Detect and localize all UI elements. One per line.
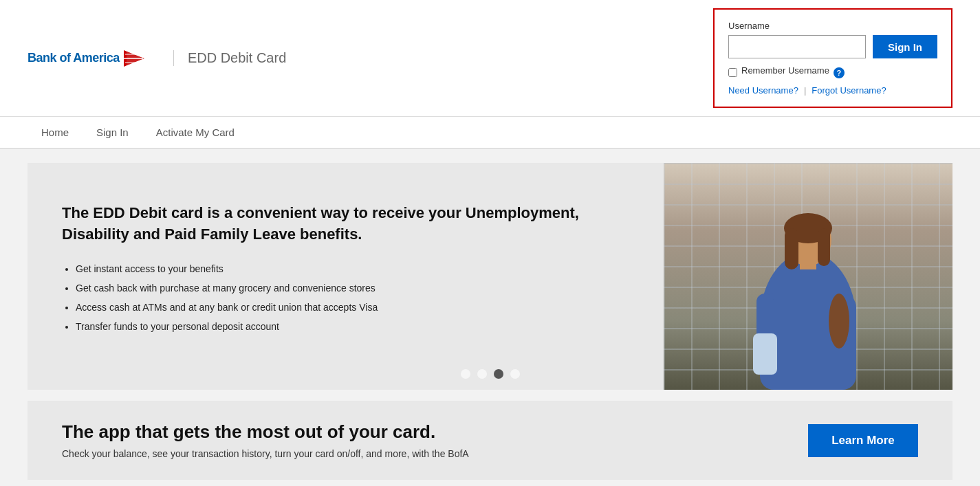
remember-username-checkbox[interactable]: [728, 68, 737, 77]
app-section-body: Check your balance, see your transaction…: [62, 448, 469, 459]
carousel-bullets: Get instant access to your benefits Get …: [62, 259, 629, 336]
bullet-3: Access cash at ATMs and at any bank or c…: [76, 298, 629, 317]
learn-more-button[interactable]: Learn More: [808, 424, 918, 457]
carousel-text: The EDD Debit card is a convenient way t…: [28, 163, 664, 390]
carousel-dot-1[interactable]: [461, 369, 470, 379]
username-row: Sign In: [728, 35, 937, 58]
svg-point-14: [829, 294, 849, 349]
woman-illustration: [739, 184, 877, 390]
remember-username-label[interactable]: Remember Username: [741, 65, 829, 76]
app-section-heading: The app that gets the most out of your c…: [62, 421, 469, 443]
carousel-image: [664, 163, 952, 390]
nav-item-signin[interactable]: Sign In: [83, 117, 142, 148]
boa-flag-icon: [124, 50, 146, 67]
remember-help-icon[interactable]: ?: [834, 67, 845, 78]
bullet-2: Get cash back with purchase at many groc…: [76, 278, 629, 298]
main-content: The EDD Debit card is a convenient way t…: [0, 149, 980, 486]
carousel-dot-2[interactable]: [477, 369, 487, 379]
carousel-dot-4[interactable]: [510, 369, 520, 379]
page-subtitle: EDD Debit Card: [173, 50, 286, 66]
svg-rect-10: [785, 228, 798, 269]
bullet-1: Get instant access to your benefits: [76, 259, 629, 278]
carousel-dots: [461, 369, 520, 379]
forgot-username-link[interactable]: Forgot Username?: [812, 85, 886, 96]
login-box: Username Sign In Remember Username ? Nee…: [713, 8, 952, 108]
bank-of-america-logo: Bank of America: [28, 50, 146, 67]
page-header: Bank of America EDD Debit Card Username …: [0, 0, 980, 117]
logo-text: Bank of America: [28, 51, 120, 65]
sign-in-button[interactable]: Sign In: [873, 35, 937, 58]
need-username-link[interactable]: Need Username?: [728, 85, 798, 96]
carousel-heading: The EDD Debit card is a convenient way t…: [62, 203, 629, 245]
username-label: Username: [728, 21, 937, 31]
header-left: Bank of America EDD Debit Card: [28, 50, 286, 67]
login-links: Need Username? | Forgot Username?: [728, 85, 937, 96]
app-section-text: The app that gets the most out of your c…: [62, 421, 469, 459]
carousel: The EDD Debit card is a convenient way t…: [28, 163, 952, 390]
remember-row: Remember Username ?: [728, 65, 937, 80]
username-input[interactable]: [728, 35, 866, 58]
links-separator: |: [804, 85, 806, 96]
svg-rect-11: [818, 228, 830, 266]
nav-item-activate[interactable]: Activate My Card: [142, 117, 248, 148]
app-section: The app that gets the most out of your c…: [28, 401, 952, 480]
svg-rect-13: [753, 333, 777, 375]
nav-item-home[interactable]: Home: [28, 117, 83, 148]
bullet-4: Transfer funds to your personal deposit …: [76, 317, 629, 336]
carousel-dot-3[interactable]: [494, 369, 503, 379]
main-nav: Home Sign In Activate My Card: [0, 117, 980, 149]
